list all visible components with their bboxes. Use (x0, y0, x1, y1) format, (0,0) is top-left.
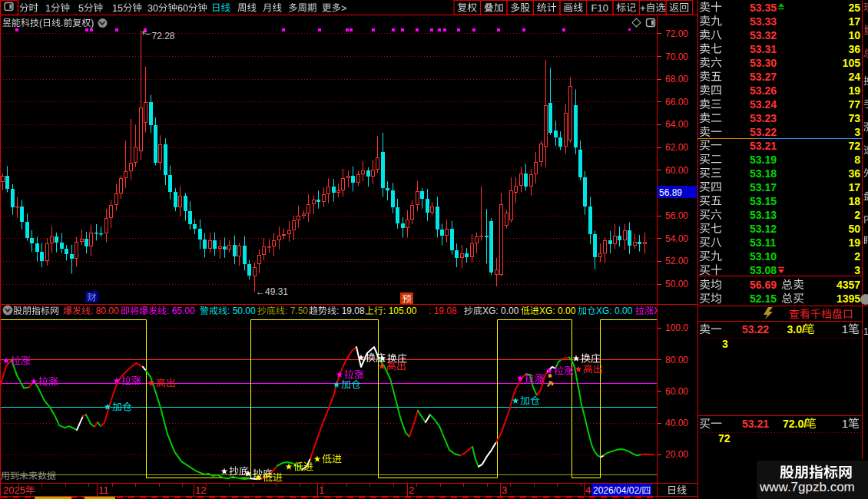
svg-text:53.22: 53.22 (742, 323, 769, 335)
svg-text:53.24: 53.24 (750, 98, 777, 111)
svg-text:18: 18 (848, 195, 860, 207)
svg-text:64.00: 64.00 (665, 119, 688, 130)
svg-text:53.08: 53.08 (750, 264, 777, 276)
svg-text:19: 19 (848, 84, 860, 97)
svg-text:56.89: 56.89 (659, 187, 682, 198)
svg-text:53.11: 53.11 (750, 236, 776, 249)
svg-text:19: 19 (848, 236, 860, 249)
svg-text:17: 17 (848, 181, 860, 193)
svg-text:36: 36 (848, 167, 860, 180)
svg-text:15: 15 (112, 3, 123, 14)
svg-text:: 80.00: : 80.00 (91, 306, 119, 316)
svg-text:53.30: 53.30 (750, 57, 777, 69)
svg-text:+: + (640, 2, 646, 14)
svg-text:60.00: 60.00 (665, 386, 688, 397)
svg-text:60: 60 (177, 3, 188, 14)
svg-text:: 105.00: : 105.00 (383, 306, 417, 316)
svg-text:): ) (91, 18, 94, 28)
svg-text:72.0/: 72.0/ (783, 418, 807, 430)
svg-text:3: 3 (502, 484, 507, 496)
svg-text:50.00: 50.00 (665, 279, 688, 289)
svg-text:3: 3 (854, 264, 860, 276)
svg-text:70.00: 70.00 (665, 51, 688, 62)
svg-text:53.13: 53.13 (750, 209, 777, 221)
svg-text:>: > (341, 3, 346, 14)
svg-text:50: 50 (848, 223, 860, 235)
svg-text:1: 1 (45, 3, 51, 14)
svg-text:4: 4 (585, 484, 591, 496)
svg-text:72.00: 72.00 (665, 28, 688, 39)
svg-text:53.32: 53.32 (750, 29, 777, 41)
svg-text:53.23: 53.23 (750, 112, 777, 124)
svg-text:66.00: 66.00 (665, 97, 688, 107)
svg-text:5: 5 (78, 3, 84, 14)
svg-text:11: 11 (98, 484, 109, 496)
svg-text:(: ( (39, 18, 42, 28)
svg-text:53.26: 53.26 (750, 84, 777, 97)
svg-text:52.00: 52.00 (665, 256, 688, 266)
svg-text:53.21: 53.21 (750, 140, 777, 152)
svg-text:60.00: 60.00 (665, 165, 688, 176)
svg-text:36: 36 (848, 43, 860, 55)
svg-text:10: 10 (848, 29, 860, 41)
svg-text:56.00: 56.00 (665, 210, 688, 221)
svg-text:72.28: 72.28 (152, 31, 175, 41)
svg-text:30: 30 (147, 3, 158, 14)
svg-text:53.17: 53.17 (750, 181, 777, 193)
svg-text:.: . (61, 18, 63, 28)
svg-text:53.15: 53.15 (750, 195, 777, 207)
svg-text:72: 72 (848, 140, 860, 152)
svg-text:3: 3 (854, 126, 860, 138)
svg-text:2: 2 (409, 484, 414, 496)
svg-text:: 19.08: : 19.08 (429, 306, 457, 316)
svg-text:4357: 4357 (837, 279, 860, 291)
svg-text:53.22: 53.22 (750, 126, 777, 138)
svg-text:3.0/: 3.0/ (787, 323, 805, 335)
svg-text:105: 105 (843, 57, 861, 69)
svg-text:1395: 1395 (837, 292, 860, 305)
svg-text:100.0: 100.0 (665, 322, 688, 333)
svg-text:72: 72 (718, 432, 731, 444)
svg-text:53.12: 53.12 (750, 223, 777, 235)
svg-text:: 7.50: : 7.50 (285, 306, 308, 316)
svg-text:77: 77 (848, 98, 860, 111)
svg-text:68.00: 68.00 (665, 74, 688, 84)
svg-text:20.00: 20.00 (665, 449, 688, 460)
svg-text:73: 73 (848, 112, 860, 124)
svg-text:62.00: 62.00 (665, 142, 688, 153)
svg-text:53.10: 53.10 (750, 250, 777, 263)
svg-text:53.18: 53.18 (750, 167, 777, 180)
svg-text:2: 2 (854, 209, 860, 221)
svg-text:53.27: 53.27 (750, 71, 777, 83)
svg-text:3: 3 (722, 338, 728, 350)
svg-text:: 19.08: : 19.08 (336, 306, 365, 316)
svg-text:2025: 2025 (3, 484, 25, 496)
svg-text:: 65.00: : 65.00 (167, 306, 195, 316)
svg-text:53.31: 53.31 (750, 43, 777, 55)
svg-text:XG: 0.00: XG: 0.00 (539, 306, 576, 316)
svg-text:54.00: 54.00 (665, 233, 688, 244)
svg-text:40.00: 40.00 (665, 418, 688, 428)
svg-text:53.19: 53.19 (750, 154, 777, 166)
svg-text:1: 1 (319, 484, 324, 496)
svg-text:12: 12 (195, 484, 206, 496)
svg-text:17: 17 (848, 15, 860, 28)
svg-text:www.7gpzb.com: www.7gpzb.com (759, 480, 855, 494)
svg-text:1: 1 (842, 322, 848, 335)
svg-text:F10: F10 (591, 2, 608, 14)
svg-text:53.33: 53.33 (750, 15, 777, 28)
svg-text:1: 1 (863, 326, 868, 337)
svg-text:XG: 0.00: XG: 0.00 (482, 306, 519, 316)
svg-text:25: 25 (848, 2, 860, 14)
svg-text:XG: 0.00: XG: 0.00 (596, 306, 633, 316)
svg-text:24: 24 (848, 71, 860, 83)
svg-text:←49.31: ←49.31 (256, 286, 288, 297)
svg-text:: 50.00: : 50.00 (227, 306, 256, 316)
svg-text:53.35: 53.35 (750, 2, 777, 14)
svg-text:8: 8 (854, 154, 860, 166)
svg-text:80.00: 80.00 (665, 355, 688, 365)
svg-text:2: 2 (854, 250, 860, 263)
svg-text:53.21: 53.21 (742, 418, 769, 430)
svg-text:1: 1 (842, 417, 848, 430)
svg-text:52.15: 52.15 (750, 292, 777, 305)
